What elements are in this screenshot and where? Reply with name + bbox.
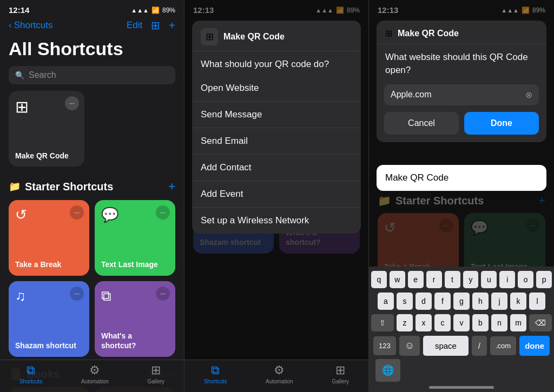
key-e[interactable]: e [408, 271, 424, 288]
popup-item-website[interactable]: Open Website [192, 75, 361, 102]
search-icon: 🔍 [15, 71, 24, 79]
search-bar-1[interactable]: 🔍 Search [9, 66, 175, 84]
status-bar-1: 12:14 ▲▲▲ 📶 89% [0, 0, 184, 17]
tab2-gallery[interactable]: ⊞ Gallery [332, 363, 349, 384]
key-emoji[interactable]: ☺ [399, 336, 420, 356]
key-r[interactable]: r [426, 271, 442, 288]
key-l[interactable]: l [529, 293, 545, 310]
key-j[interactable]: j [491, 293, 507, 310]
time-1: 12:14 [9, 5, 29, 15]
shazam-icon: ♫ [15, 288, 26, 304]
text-more-btn[interactable]: ··· [156, 205, 170, 220]
key-n[interactable]: n [491, 314, 507, 331]
text-last-image-card[interactable]: 💬 ··· Text Last Image [95, 200, 175, 276]
search-placeholder: Search [29, 70, 56, 80]
popup-item-email[interactable]: Send Email [192, 128, 361, 155]
make-qr-card[interactable]: ⊞ ··· Make QR Code [9, 91, 84, 167]
key-f[interactable]: f [434, 293, 451, 310]
break-more-btn[interactable]: ··· [70, 205, 84, 220]
key-s[interactable]: s [397, 293, 413, 310]
shortcuts-tab-icon: ⧉ [27, 363, 35, 377]
scroll-content-1: ⊞ ··· Make QR Code 📁 Starter Shortcuts +… [0, 91, 184, 392]
take-a-break-card[interactable]: ↺ ··· Take a Break [9, 200, 89, 276]
shortcut-more-btn[interactable]: ··· [156, 287, 170, 301]
grid-view-button[interactable]: ⊞ [151, 19, 160, 32]
tab-shortcuts[interactable]: ⧉ Shortcuts [19, 363, 42, 384]
dialog-title: Make QR Code [398, 29, 459, 38]
key-a[interactable]: a [378, 293, 394, 310]
key-p[interactable]: p [536, 271, 552, 288]
starter-section-header: 📁 Starter Shortcuts + [0, 177, 184, 200]
clear-input-btn[interactable]: ⊗ [525, 90, 532, 100]
shazam-more-btn[interactable]: ··· [70, 287, 84, 301]
dialog-buttons: Cancel Done [377, 112, 546, 135]
tab2-shortcuts[interactable]: ⧉ Shortcuts [204, 363, 227, 384]
tab-automation[interactable]: ⚙ Automation [81, 363, 109, 384]
page-title-1: All Shortcuts [0, 36, 184, 66]
gallery-tab2-icon: ⊞ [335, 363, 345, 377]
key-d[interactable]: d [416, 293, 432, 310]
key-m[interactable]: m [510, 314, 526, 331]
dialog-header: ⊞ Make QR Code [377, 21, 546, 44]
whats-shortcut-card[interactable]: ⧉ ··· What's a shortcut? [95, 281, 175, 357]
dialog-input[interactable]: Apple.com ⊗ [384, 84, 539, 105]
starter-add-btn[interactable]: + [168, 180, 175, 194]
key-z[interactable]: z [397, 314, 413, 331]
key-slash[interactable]: / [472, 336, 487, 356]
automation-tab2-label: Automation [266, 378, 293, 384]
popup-item-contact[interactable]: Add Contact [192, 155, 361, 181]
keyboard-bottom-row: 123 ☺ space / .com done [371, 336, 552, 357]
key-u[interactable]: u [481, 271, 497, 288]
popup-qr-icon: ⊞ [201, 28, 218, 45]
key-h[interactable]: h [472, 293, 489, 310]
chevron-left-icon: ‹ [9, 20, 12, 31]
phone2: 12:13 ▲▲▲ 📶 89% ‹ Search 📁Starter Shortc… [184, 0, 369, 392]
key-dotcom[interactable]: .com [490, 336, 516, 355]
shortcut-icon: ⧉ [101, 288, 111, 304]
tab2-automation[interactable]: ⚙ Automation [266, 363, 293, 384]
phone1: 12:14 ▲▲▲ 📶 89% ‹ Shortcuts Edit ⊞ + All… [0, 0, 184, 392]
key-123[interactable]: 123 [373, 336, 396, 355]
automation-tab-label: Automation [81, 378, 109, 384]
key-backspace[interactable]: ⌫ [529, 314, 552, 331]
key-w[interactable]: w [390, 271, 405, 288]
nav-bar-1: ‹ Shortcuts Edit ⊞ + [0, 17, 184, 36]
qr-card-label: Make QR Code [15, 151, 69, 160]
key-space[interactable]: space [423, 336, 469, 356]
qr-icon: ⊞ [15, 97, 29, 116]
popup-item-event[interactable]: Add Event [192, 181, 361, 208]
done-button[interactable]: Done [464, 112, 539, 135]
automation-tab2-icon: ⚙ [274, 363, 285, 377]
key-t[interactable]: t [445, 271, 460, 288]
shortcuts-tab2-label: Shortcuts [204, 378, 227, 384]
shazam-card[interactable]: ♫ ··· Shazam shortcut [9, 281, 89, 357]
back-button-1[interactable]: ‹ Shortcuts [9, 20, 52, 31]
key-done[interactable]: done [519, 336, 550, 356]
edit-button[interactable]: Edit [127, 20, 142, 31]
key-x[interactable]: x [416, 314, 432, 331]
starter-title: 📁 Starter Shortcuts [9, 181, 113, 193]
battery-label: 89% [162, 6, 175, 14]
shortcuts-tab2-icon: ⧉ [211, 363, 220, 377]
key-y[interactable]: y [463, 271, 479, 288]
cancel-button[interactable]: Cancel [384, 112, 459, 135]
key-shift[interactable]: ⇧ [371, 314, 394, 331]
phone3: 12:13 ▲▲▲ 📶 89% ‹ Search 📁Starter Shortc… [369, 0, 554, 392]
shortcuts-tab-label: Shortcuts [19, 378, 42, 384]
tab-gallery[interactable]: ⊞ Gallery [147, 363, 164, 384]
key-globe[interactable]: 🌐 [375, 359, 400, 382]
key-v[interactable]: v [453, 314, 470, 331]
add-button[interactable]: + [169, 19, 175, 32]
make-qr-btn[interactable]: Make QR Code [377, 165, 546, 191]
popup-item-message[interactable]: Send Message [192, 102, 361, 128]
key-q[interactable]: q [371, 271, 387, 288]
key-i[interactable]: i [499, 271, 515, 288]
popup-question: What should your QR code do? [192, 51, 361, 75]
key-c[interactable]: c [434, 314, 451, 331]
key-k[interactable]: k [510, 293, 526, 310]
key-b[interactable]: b [472, 314, 489, 331]
key-g[interactable]: g [453, 293, 470, 310]
key-o[interactable]: o [518, 271, 533, 288]
more-btn-qr[interactable]: ··· [65, 96, 79, 110]
popup-item-wifi[interactable]: Set up a Wireless Network [192, 208, 361, 234]
